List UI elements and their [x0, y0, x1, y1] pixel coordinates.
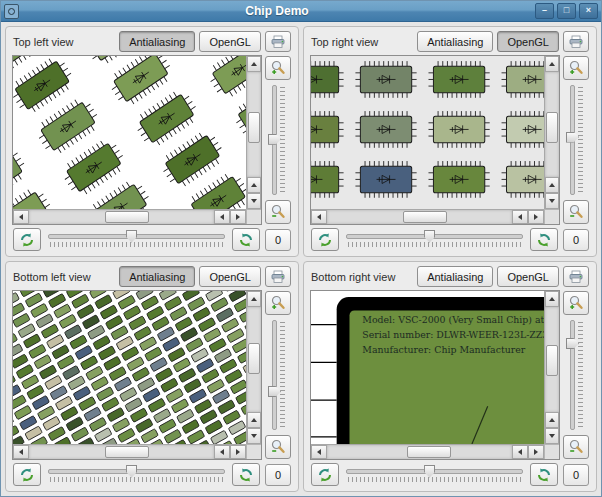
hscroll-groove[interactable] — [29, 210, 214, 224]
application-icon[interactable] — [4, 4, 19, 19]
scroll-left-button[interactable] — [13, 210, 29, 224]
scroll-up-button[interactable] — [545, 56, 559, 72]
arrow-left-icon — [317, 214, 321, 220]
rotate-right-button[interactable] — [530, 228, 558, 251]
scroll-right-button[interactable] — [528, 210, 544, 224]
opengl-button[interactable]: OpenGL — [497, 266, 559, 287]
rotate-right-button[interactable] — [530, 463, 558, 486]
zoom-in-button[interactable] — [563, 56, 589, 80]
zoom-slider[interactable] — [267, 83, 289, 197]
vscroll-groove[interactable] — [545, 307, 559, 412]
hscroll-groove[interactable] — [29, 445, 214, 459]
scroll-right-button[interactable] — [528, 445, 544, 459]
close-button[interactable]: × — [579, 3, 598, 19]
print-button[interactable] — [265, 266, 291, 287]
scroll-right-button[interactable] — [230, 210, 246, 224]
minimize-button[interactable]: – — [535, 3, 554, 19]
zoom-slider[interactable] — [267, 318, 289, 432]
scroll-down-button[interactable] — [545, 428, 559, 444]
zoom-slider[interactable] — [565, 83, 587, 197]
opengl-button[interactable]: OpenGL — [199, 266, 261, 287]
scroll-up-button-2[interactable] — [247, 412, 261, 428]
horizontal-scrollbar[interactable] — [13, 209, 246, 224]
scroll-up-button-2[interactable] — [545, 412, 559, 428]
hscroll-thumb[interactable] — [105, 211, 149, 223]
scroll-left-button[interactable] — [13, 445, 29, 459]
rotate-right-button[interactable] — [232, 463, 260, 486]
scroll-left-button-2[interactable] — [214, 445, 230, 459]
rotate-slider-ticks — [348, 242, 521, 247]
rotate-slider[interactable] — [46, 464, 227, 486]
horizontal-scrollbar[interactable] — [311, 209, 544, 224]
rotate-left-button[interactable] — [13, 228, 41, 251]
rotate-slider[interactable] — [344, 464, 525, 486]
graphics-view-canvas[interactable] — [311, 56, 544, 209]
view-label: Bottom left view — [13, 271, 91, 283]
maximize-button[interactable]: □ — [557, 3, 576, 19]
print-button[interactable] — [563, 266, 589, 287]
vscroll-groove[interactable] — [545, 72, 559, 177]
vertical-scrollbar[interactable] — [246, 291, 261, 444]
scroll-right-button[interactable] — [230, 445, 246, 459]
vscroll-thumb[interactable] — [546, 345, 558, 377]
horizontal-scrollbar[interactable] — [311, 444, 544, 459]
antialiasing-button[interactable]: Antialiasing — [119, 31, 195, 52]
zoom-in-button[interactable] — [265, 291, 291, 315]
arrow-right-icon — [534, 214, 538, 220]
rotate-left-button[interactable] — [311, 463, 339, 486]
graphics-view-canvas[interactable] — [13, 56, 246, 209]
antialiasing-button[interactable]: Antialiasing — [417, 266, 493, 287]
vertical-scrollbar[interactable] — [544, 56, 559, 209]
view-panel-top-right: Top right view Antialiasing OpenGL — [303, 26, 597, 257]
antialiasing-button[interactable]: Antialiasing — [417, 31, 493, 52]
zoom-out-button[interactable] — [563, 435, 589, 459]
hscroll-thumb[interactable] — [403, 211, 447, 223]
vscroll-thumb[interactable] — [546, 112, 558, 144]
print-button[interactable] — [265, 31, 291, 52]
hscroll-thumb[interactable] — [105, 446, 149, 458]
zoom-in-button[interactable] — [563, 291, 589, 315]
vertical-scrollbar[interactable] — [246, 56, 261, 209]
zoom-out-button[interactable] — [265, 200, 291, 224]
horizontal-scrollbar[interactable] — [13, 444, 246, 459]
scroll-up-button-2[interactable] — [545, 177, 559, 193]
scroll-up-button[interactable] — [247, 56, 261, 72]
antialiasing-button[interactable]: Antialiasing — [119, 266, 195, 287]
vscroll-thumb[interactable] — [248, 343, 260, 375]
vscroll-groove[interactable] — [247, 307, 261, 412]
hscroll-groove[interactable] — [327, 445, 512, 459]
zoom-in-icon — [270, 60, 286, 76]
rotate-right-icon — [536, 467, 552, 483]
scroll-left-button[interactable] — [311, 445, 327, 459]
graphics-view-canvas[interactable] — [13, 291, 246, 444]
rotate-right-button[interactable] — [232, 228, 260, 251]
hscroll-thumb[interactable] — [407, 446, 451, 458]
scroll-up-button[interactable] — [545, 291, 559, 307]
scroll-left-button-2[interactable] — [214, 210, 230, 224]
rotate-slider[interactable] — [344, 229, 525, 251]
zoom-out-button[interactable] — [265, 435, 291, 459]
vscroll-groove[interactable] — [247, 72, 261, 177]
hscroll-groove[interactable] — [327, 210, 512, 224]
scroll-up-button[interactable] — [247, 291, 261, 307]
vscroll-thumb[interactable] — [248, 112, 260, 144]
opengl-button[interactable]: OpenGL — [199, 31, 261, 52]
scroll-left-button[interactable] — [311, 210, 327, 224]
rotate-slider[interactable] — [46, 229, 227, 251]
vertical-scrollbar[interactable] — [544, 291, 559, 444]
rotate-left-button[interactable] — [13, 463, 41, 486]
scroll-left-button-2[interactable] — [512, 445, 528, 459]
scroll-up-button-2[interactable] — [247, 177, 261, 193]
graphics-view-canvas[interactable]: Model: VSC-2000 (Very Small Chip) at 9Se… — [311, 291, 544, 444]
opengl-button[interactable]: OpenGL — [497, 31, 559, 52]
rotate-left-button[interactable] — [311, 228, 339, 251]
zoom-slider[interactable] — [565, 318, 587, 432]
print-button[interactable] — [563, 31, 589, 52]
titlebar[interactable]: Chip Demo – □ × — [1, 1, 601, 22]
scroll-left-button-2[interactable] — [512, 210, 528, 224]
scroll-down-button[interactable] — [247, 193, 261, 209]
scroll-down-button[interactable] — [545, 193, 559, 209]
scroll-down-button[interactable] — [247, 428, 261, 444]
zoom-out-button[interactable] — [563, 200, 589, 224]
zoom-in-button[interactable] — [265, 56, 291, 80]
